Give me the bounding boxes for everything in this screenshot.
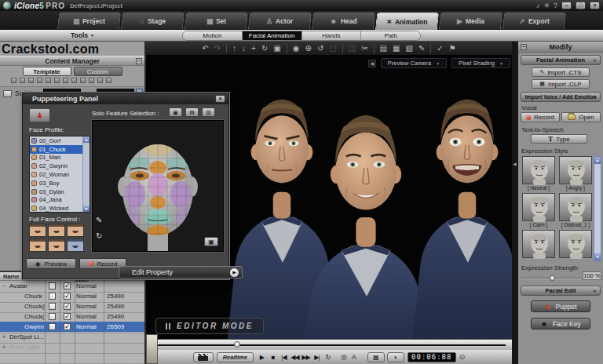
cm-tool-icon[interactable] xyxy=(20,78,25,83)
vocal-record-button[interactable]: Record xyxy=(521,112,560,122)
expression-item[interactable]: [ Neutral ] xyxy=(521,156,556,191)
table-row[interactable]: Chuck(0) Normal 25490 xyxy=(0,301,144,311)
brush-icon[interactable]: ✎ xyxy=(96,216,102,224)
expression-strength-slider[interactable] xyxy=(521,275,581,281)
full-face-thumbnail[interactable] xyxy=(29,238,46,252)
transform-icon[interactable]: ↻ xyxy=(261,44,268,53)
add-icon[interactable]: + xyxy=(251,44,256,53)
go-end-button[interactable]: ▶| xyxy=(312,354,322,361)
expression-item[interactable]: [ Distrust_1 ] xyxy=(558,193,593,228)
expression-thumbnail[interactable] xyxy=(522,193,555,221)
import-voice-section[interactable]: Import Voice / Add Emotion▼ xyxy=(521,92,601,102)
cm-tool-icon[interactable] xyxy=(11,78,16,83)
collapse-icon[interactable]: − xyxy=(136,58,142,64)
brush-icon[interactable]: ✎ xyxy=(418,44,425,53)
redo-icon[interactable]: ↷ xyxy=(214,44,221,53)
tree-expander[interactable]: + xyxy=(2,344,8,350)
face-profile-item[interactable]: 04_Wicked xyxy=(30,204,83,213)
table-row[interactable]: +Dir/Spot Li... xyxy=(0,332,144,342)
upload-icon[interactable]: ↑ xyxy=(232,44,236,53)
settings-gear-icon[interactable]: ✳ xyxy=(543,2,550,9)
rotate-icon[interactable]: ↻ xyxy=(96,231,102,240)
face-profile-item[interactable]: 04_Jana xyxy=(30,196,83,205)
zoom-tool-icon[interactable]: ◎ xyxy=(341,353,347,361)
freeze-checkbox[interactable] xyxy=(49,293,56,300)
expression-thumbnail[interactable] xyxy=(522,230,555,258)
tab-stage[interactable]: ⌂Stage xyxy=(121,13,185,29)
import-clp-button[interactable]: ▦Import .CLP xyxy=(532,79,590,89)
restore-button[interactable]: □ xyxy=(576,2,586,9)
separator[interactable] xyxy=(430,44,431,53)
freeze-checkbox[interactable] xyxy=(49,282,56,289)
tools-menu[interactable]: Tools▼ xyxy=(71,31,94,39)
cm-tool-icon[interactable] xyxy=(71,78,77,83)
mode-facial-animation[interactable]: Facial Animation xyxy=(243,31,302,40)
timeline-playhead[interactable] xyxy=(234,341,240,348)
full-face-thumbnail[interactable] xyxy=(29,224,46,237)
edit-property-button[interactable]: Edit Property ▶ xyxy=(119,266,243,278)
slider-handle[interactable] xyxy=(550,275,555,281)
freeze-checkbox[interactable] xyxy=(49,313,56,320)
preview-button[interactable]: ◉Preview xyxy=(26,258,76,269)
scroll-up-icon[interactable]: ▲ xyxy=(594,157,601,164)
rewind-button[interactable]: ◀◀ xyxy=(290,354,300,361)
expression-item[interactable] xyxy=(521,230,556,265)
render-button[interactable]: ◗ xyxy=(387,352,404,362)
scroll-up-icon[interactable]: ▲ xyxy=(83,136,90,143)
cm-tool-icon[interactable] xyxy=(63,78,68,83)
separator[interactable] xyxy=(342,44,343,53)
freeze-checkbox[interactable] xyxy=(49,323,56,330)
puppeteering-title-bar[interactable]: Puppeteering Panel × xyxy=(23,93,228,104)
screen-layout-icon[interactable]: ▤ xyxy=(380,44,387,53)
cm-tool-icon[interactable] xyxy=(80,78,86,83)
play-button[interactable]: ▶ xyxy=(257,354,267,361)
strength-value-field[interactable]: 100 % xyxy=(583,271,601,280)
go-start-button[interactable]: |◀ xyxy=(279,354,289,361)
forward-button[interactable]: ▶▶ xyxy=(301,354,311,361)
separator[interactable] xyxy=(226,44,227,53)
tab-set[interactable]: ▦Set xyxy=(185,13,248,29)
puppeteering-panel[interactable]: Puppeteering Panel × ♟ Face Profile: 00_… xyxy=(22,93,229,279)
tab-export[interactable]: ↗Export xyxy=(502,13,566,29)
confirm-icon[interactable]: ✓ xyxy=(437,44,443,53)
table-row[interactable]: +Point Light xyxy=(0,342,144,352)
scale-icon[interactable]: ▢ xyxy=(329,44,336,53)
full-face-thumbnail[interactable] xyxy=(67,224,84,237)
tab-custom[interactable]: Custom xyxy=(74,67,122,76)
flag-icon[interactable]: ⚑ xyxy=(449,44,456,53)
solo-feature-button-3[interactable]: ▥ xyxy=(202,107,215,117)
fit-view-button[interactable]: ▣ xyxy=(204,237,218,246)
expression-item[interactable] xyxy=(558,230,593,265)
collapse-left-icon[interactable]: ◀ xyxy=(368,60,376,67)
face-profile-item[interactable]: 01_Man xyxy=(30,154,83,162)
collapse-icon[interactable]: − xyxy=(521,44,527,50)
tab-actor[interactable]: ♙Actor xyxy=(248,13,312,29)
face-profile-item[interactable]: 03_Boy xyxy=(30,179,83,187)
face-profile-item[interactable]: 01_Chuck xyxy=(30,145,83,154)
face-profile-item[interactable]: 02_Woman xyxy=(30,170,83,179)
copy-icon[interactable]: ▣ xyxy=(273,44,280,53)
face-profile-item[interactable]: 00_Gorf xyxy=(30,136,83,145)
full-face-thumbnail[interactable] xyxy=(67,238,84,252)
download-icon[interactable]: ↓ xyxy=(242,44,246,53)
face-map-preview[interactable]: ✎ ↻ ▣ xyxy=(92,120,224,252)
mode-path[interactable]: Path xyxy=(361,31,420,40)
full-face-thumbnail[interactable] xyxy=(48,224,65,237)
stop-button[interactable]: ■ xyxy=(268,354,278,361)
collapse-right-icon[interactable]: ◀ xyxy=(513,161,517,166)
solo-feature-button-2[interactable]: ▤ xyxy=(185,107,199,117)
list-scrollbar[interactable]: ▲▼ xyxy=(82,136,90,212)
face-profile-list[interactable]: 00_Gorf01_Chuck01_Man02_Gwynn02_Woman03_… xyxy=(29,136,90,213)
render-view-icon[interactable]: ▧ xyxy=(405,44,412,53)
expression-thumbnail[interactable] xyxy=(559,156,592,184)
table-row[interactable]: Chuck Normal 25490 xyxy=(0,291,144,301)
timeline-track[interactable] xyxy=(146,339,512,350)
facial-animation-dropdown[interactable]: Facial Animation▼ xyxy=(521,55,601,65)
minimize-button[interactable]: – xyxy=(561,2,572,9)
import-cts-button[interactable]: ✎Import .CTS xyxy=(532,67,590,77)
face-key-button[interactable]: ☻Face Key xyxy=(531,318,590,329)
expression-scrollbar[interactable]: ▲ ▼ xyxy=(594,156,601,261)
facial-edit-section[interactable]: Facial Edit▼ xyxy=(521,286,601,296)
cm-tool-icon[interactable] xyxy=(89,78,94,83)
separator[interactable] xyxy=(374,44,375,53)
